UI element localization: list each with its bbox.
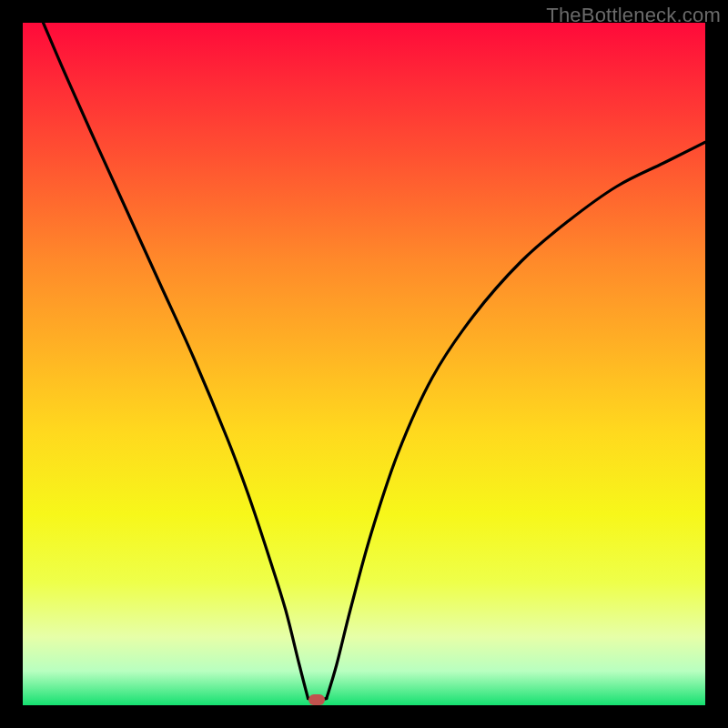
- bottleneck-marker: [308, 694, 325, 705]
- chart-plot-area: [23, 23, 705, 705]
- bottleneck-curve: [23, 23, 705, 705]
- watermark-text: TheBottleneck.com: [546, 4, 721, 27]
- curve-left-branch: [44, 23, 308, 699]
- curve-right-branch: [327, 142, 705, 698]
